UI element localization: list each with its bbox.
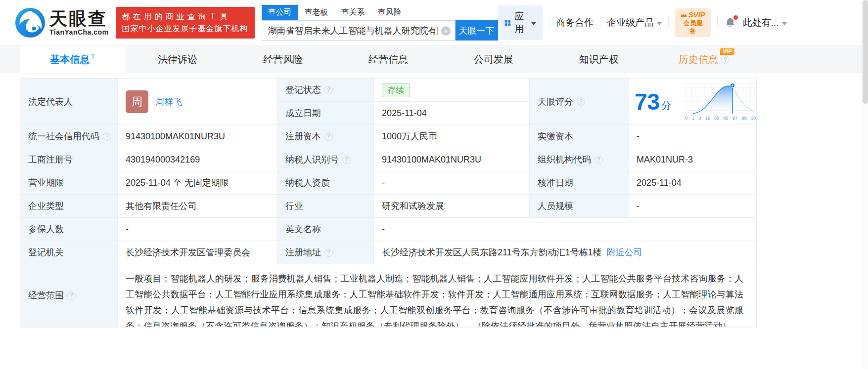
value-text: -	[637, 201, 640, 211]
tab-business-info[interactable]: 经营信息	[336, 46, 441, 73]
field-label-taxpayer-quality: 纳税人资质	[277, 171, 374, 195]
field-value-establish-date: 2025-11-04	[374, 102, 530, 125]
search-tab-relations[interactable]: 查关系	[335, 5, 371, 20]
nav-business-cooperation[interactable]: 商务合作	[556, 16, 594, 29]
tab-intellectual-property[interactable]: 知识产权	[546, 46, 651, 73]
tab-basic-info[interactable]: 基本信息 1	[20, 46, 125, 73]
field-label-approval-date: 核准日期	[530, 171, 629, 195]
search-button[interactable]: 天眼一下	[456, 20, 498, 41]
tab-label: 经营风险	[263, 53, 303, 66]
chevron-down-icon	[782, 22, 787, 25]
clear-search-icon[interactable]: ×	[441, 26, 451, 36]
tab-label: 法律诉讼	[158, 53, 197, 66]
value-text: -	[637, 131, 640, 142]
brand-domain: TianYanCha.com	[49, 28, 109, 36]
tab-label: 历史信息	[679, 53, 718, 66]
enterprise-products-label: 企业级产品	[607, 16, 654, 29]
tick: 97	[732, 116, 737, 121]
score-chart-ticks: 0 1 3 15 50 85 97 99 100	[685, 116, 756, 121]
account-label: 此处有...	[743, 16, 779, 29]
tab-label: 基本信息	[50, 53, 90, 66]
field-label-establish-date: 成立日期	[277, 102, 374, 125]
help-icon[interactable]: ?	[721, 55, 730, 64]
search-input[interactable]: 湖南省智启未来人工智能与机器人研究院有限公司 ×	[262, 20, 456, 41]
field-label-registration-authority: 登记机关	[20, 241, 118, 264]
field-label-business-scope: 经营范围 ?	[20, 264, 118, 327]
help-icon[interactable]: ?	[324, 86, 333, 94]
field-label-tianyan-score: 天眼评分 ?	[530, 79, 629, 125]
apps-grid-icon	[504, 18, 511, 28]
help-icon[interactable]: ?	[67, 291, 76, 300]
vip-badge: VIP	[720, 48, 735, 55]
help-icon[interactable]: ?	[324, 248, 333, 257]
label-text: 天眼评分	[538, 96, 573, 108]
field-value-paid-capital: -	[629, 125, 756, 148]
tianyancha-company-page: 天眼查 TianYanCha.com 都在用的商业查询工具 国家中小企业发展子基…	[0, 0, 868, 369]
score-unit: 分	[661, 98, 671, 113]
notifications-bell[interactable]	[724, 16, 736, 29]
field-value-business-scope: 一般项目：智能机器人的研发；服务消费机器人销售；工业机器人制造；智能机器人销售；…	[118, 264, 756, 327]
scrollbar-thumb[interactable]	[863, 0, 868, 104]
field-value-credit-code: 91430100MAK01NUR3U	[118, 125, 277, 148]
label-text: 登记机关	[28, 246, 64, 258]
field-label-registration-number: 工商注册号	[20, 148, 118, 171]
help-icon[interactable]: ?	[594, 156, 603, 164]
help-icon[interactable]: ?	[103, 132, 111, 141]
field-value-insured-count: -	[118, 218, 277, 241]
field-value-registration-authority: 长沙经济技术开发区管理委员会	[118, 241, 277, 264]
slogan-line-2: 国家中小企业发展子基金旗下机构	[122, 23, 248, 35]
field-value-taxpayer-quality: -	[374, 171, 530, 195]
tab-operating-risk[interactable]: 经营风险	[230, 46, 336, 73]
bell-curve	[685, 83, 756, 115]
help-icon[interactable]: ?	[577, 97, 585, 106]
apps-menu[interactable]: 应用	[498, 5, 543, 40]
label-text: 营业期限	[28, 177, 64, 189]
tab-label: 知识产权	[579, 53, 619, 66]
divider	[717, 17, 718, 28]
field-label-credit-code: 统一社会信用代码 ?	[20, 125, 118, 148]
tab-label: 经营信息	[368, 53, 408, 66]
tick: 15	[705, 116, 710, 121]
field-value-registration-number: 430194000342169	[118, 148, 277, 171]
apps-label: 应用	[515, 10, 528, 36]
svip-member-service[interactable]: SVIP 会员服务	[675, 8, 711, 37]
value-text: MAK01NUR-3	[637, 155, 693, 165]
search-tab-company[interactable]: 查公司	[262, 5, 298, 20]
tab-history-info[interactable]: VIP 历史信息 ?	[651, 46, 757, 73]
legal-representative-link[interactable]: 周群飞	[155, 96, 182, 108]
tab-company-development[interactable]: 公司发展	[441, 46, 546, 73]
tab-legal-proceedings[interactable]: 法律诉讼	[125, 46, 230, 73]
label-text: 统一社会信用代码	[28, 130, 99, 142]
field-value-staff-size: -	[629, 195, 756, 218]
nearby-companies-link[interactable]: 附近公司	[607, 246, 642, 258]
field-label-english-name: 英文名称	[277, 218, 374, 241]
value-text: 91430100MAK01NUR3U	[126, 131, 225, 142]
scrollbar-track[interactable]	[862, 0, 868, 369]
field-value-english-name: -	[374, 218, 756, 241]
slogan-banner: 都在用的商业查询工具 国家中小企业发展子基金旗下机构	[116, 7, 255, 39]
registration-status-badge: 存续	[382, 83, 410, 97]
label-text: 登记状态	[285, 84, 321, 96]
label-text: 纳税人识别号	[285, 154, 339, 165]
field-value-company-type: 其他有限责任公司	[118, 195, 277, 218]
label-text: 实缴资本	[538, 130, 573, 142]
field-label-registered-capital: 注册资本 ?	[277, 125, 374, 148]
field-label-paid-capital: 实缴资本	[530, 125, 629, 148]
search-row: 湖南省智启未来人工智能与机器人研究院有限公司 × 天眼一下	[262, 20, 498, 41]
account-menu[interactable]: 此处有...	[743, 16, 787, 29]
tianyancha-logo[interactable]: 天眼查 TianYanCha.com	[15, 7, 109, 38]
basic-info-table: 法定代表人 周 周群飞 登记状态 ? 存续 成立日期 2025-11-04 天眼…	[20, 78, 757, 328]
label-text: 核准日期	[538, 177, 573, 189]
field-value-taxpayer-id: 91430100MAK01NUR3U	[374, 148, 530, 171]
field-value-registered-capital: 1000万人民币	[374, 125, 530, 148]
search-tab-risk[interactable]: 查风险	[371, 5, 408, 20]
value-text: 其他有限责任公司	[126, 200, 197, 212]
avatar[interactable]: 周	[126, 90, 148, 113]
divider	[549, 17, 549, 28]
search-tab-boss[interactable]: 查老板	[298, 5, 335, 20]
help-icon[interactable]: ?	[342, 156, 351, 164]
help-icon[interactable]: ?	[324, 132, 333, 141]
tick: 1	[692, 116, 694, 121]
label-text: 注册地址	[285, 246, 321, 258]
nav-enterprise-products[interactable]: 企业级产品	[607, 16, 662, 29]
